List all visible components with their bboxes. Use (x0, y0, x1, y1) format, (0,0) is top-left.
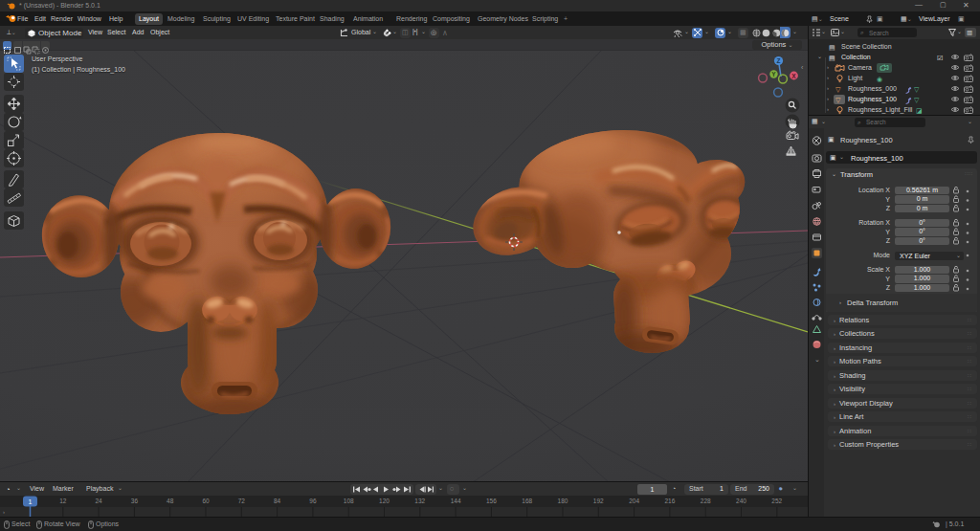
svg-text:144: 144 (451, 498, 461, 504)
svg-text:156: 156 (486, 498, 497, 504)
svg-text:240: 240 (736, 498, 746, 504)
svg-text:24: 24 (95, 498, 102, 504)
svg-text:204: 204 (629, 498, 639, 504)
svg-text:132: 132 (414, 498, 425, 504)
svg-text:108: 108 (344, 498, 354, 504)
svg-text:⌄: ⌄ (814, 356, 820, 363)
svg-text:48: 48 (167, 498, 174, 504)
svg-text:84: 84 (274, 498, 281, 504)
svg-text:120: 120 (379, 498, 390, 504)
svg-text:216: 216 (664, 498, 675, 504)
svg-text:‹: ‹ (801, 64, 804, 71)
svg-text:36: 36 (131, 498, 139, 504)
svg-text:252: 252 (771, 498, 782, 504)
svg-text:Y: Y (771, 71, 776, 77)
svg-text:60: 60 (202, 498, 210, 504)
svg-text:12: 12 (59, 498, 67, 504)
svg-text:192: 192 (593, 498, 604, 504)
svg-text:96: 96 (309, 498, 317, 504)
svg-text:168: 168 (522, 498, 532, 504)
svg-text:X: X (791, 73, 796, 79)
svg-text:228: 228 (701, 498, 711, 504)
svg-text:72: 72 (238, 498, 246, 504)
svg-text:180: 180 (558, 498, 568, 504)
svg-text:Z: Z (777, 57, 781, 64)
svg-text:1: 1 (29, 498, 33, 505)
